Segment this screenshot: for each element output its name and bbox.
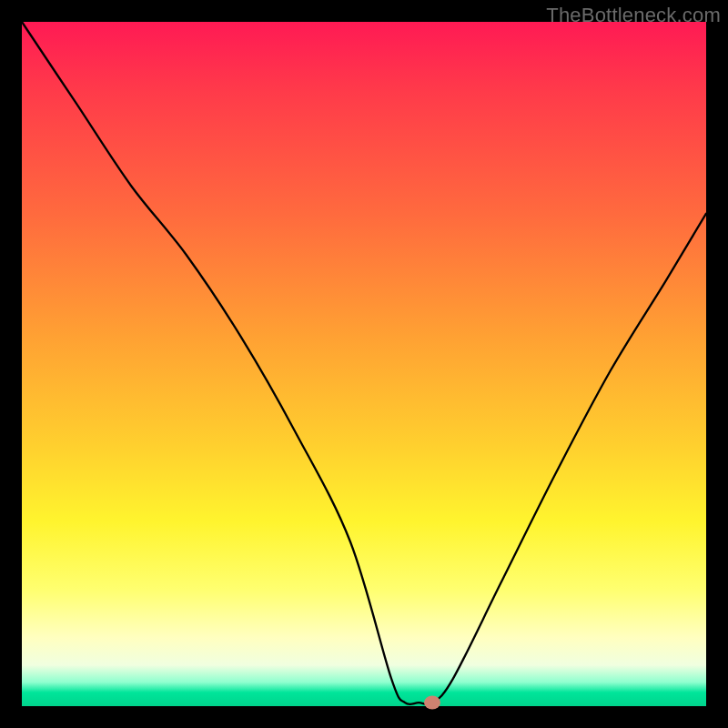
bottleneck-curve [22,22,706,706]
chart-frame: TheBottleneck.com [0,0,728,728]
optimal-point-marker [424,696,440,710]
curve-path [22,22,706,704]
watermark-text: TheBottleneck.com [546,4,721,27]
